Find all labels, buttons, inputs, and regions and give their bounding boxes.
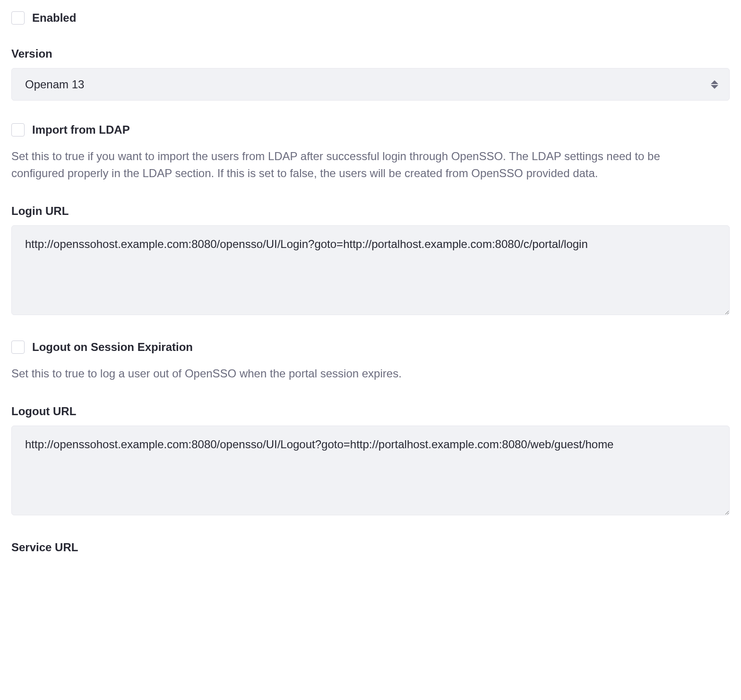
enabled-label: Enabled — [32, 11, 76, 25]
enabled-checkbox[interactable] — [11, 11, 25, 25]
login-url-label: Login URL — [11, 205, 730, 218]
enabled-field: Enabled — [11, 11, 730, 25]
import-from-ldap-help: Set this to true if you want to import t… — [11, 148, 697, 182]
import-from-ldap-field: Import from LDAP — [11, 123, 730, 137]
logout-on-session-expiration-label: Logout on Session Expiration — [32, 341, 193, 354]
logout-url-label: Logout URL — [11, 405, 730, 418]
logout-url-input[interactable] — [11, 426, 730, 515]
version-select[interactable]: Openam 13 — [11, 68, 730, 101]
import-from-ldap-label: Import from LDAP — [32, 123, 130, 137]
logout-on-session-expiration-checkbox[interactable] — [11, 341, 25, 354]
login-url-input[interactable] — [11, 225, 730, 315]
import-from-ldap-checkbox[interactable] — [11, 123, 25, 137]
logout-on-session-expiration-field: Logout on Session Expiration — [11, 341, 730, 354]
service-url-label: Service URL — [11, 541, 730, 554]
logout-on-session-expiration-help: Set this to true to log a user out of Op… — [11, 365, 697, 382]
version-label: Version — [11, 47, 730, 60]
version-select-wrapper: Openam 13 — [11, 68, 730, 101]
